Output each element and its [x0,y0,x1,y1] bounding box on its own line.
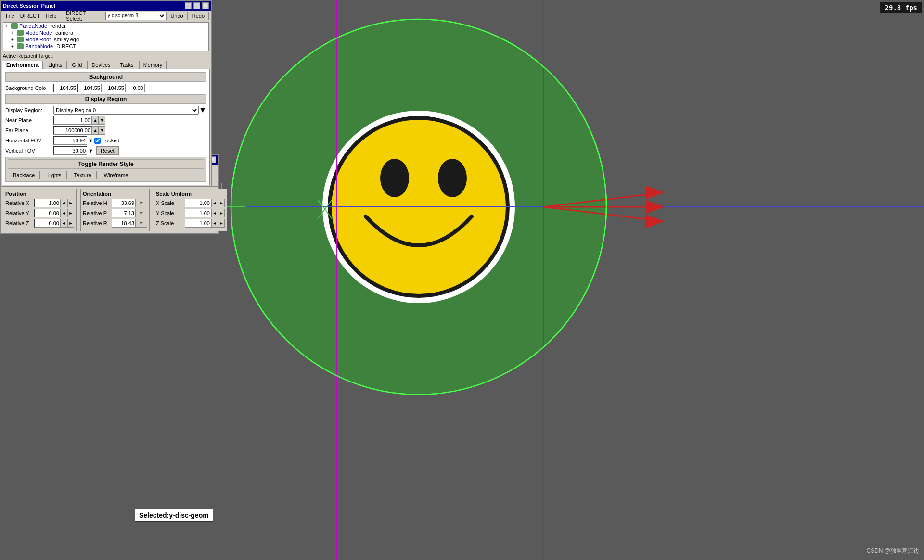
bg-r-input[interactable] [53,84,77,92]
reset-button[interactable]: Reset [96,146,119,155]
vfov-input[interactable] [53,146,87,155]
hfov-label: Horizontal FOV [5,138,53,143]
y-scale-up[interactable]: ◄ [211,209,218,217]
near-down-btn[interactable]: ▼ [99,116,105,125]
orientation-section: Orientation Relative H ⟳ Relative P ⟳ Re… [80,189,150,231]
placer-content: Position Relative X ◄ ► Relative Y ◄ ► R… [1,187,218,233]
rel-h-input[interactable] [112,199,136,207]
tree-label: PandaNode render [19,23,66,29]
rel-x-down[interactable]: ► [67,199,74,207]
rel-x-input[interactable] [34,199,61,207]
menu-direct[interactable]: DIRECT [17,12,43,20]
y-scale-down[interactable]: ► [218,209,225,217]
near-plane-input[interactable] [53,116,92,125]
locked-row: Locked [94,138,119,144]
background-section-title: Background [5,72,206,82]
dsp-titlebar: Direct Session Panel ─ □ ✕ [1,1,211,11]
dsp-title: Direct Session Panel [3,3,55,9]
y-scale-input[interactable] [185,209,211,217]
undo-button[interactable]: Undo [166,12,187,20]
rel-z-input[interactable] [34,219,61,228]
minimize-button[interactable]: ─ [185,2,192,9]
bg-a-input[interactable] [126,84,145,92]
near-up-btn[interactable]: ▲ [92,116,99,125]
toggle-buttons: Backface Lights Texture Wireframe [8,171,204,179]
svg-point-7 [438,159,467,197]
rel-r-input[interactable] [112,219,136,228]
maximize-button[interactable]: □ [193,2,200,9]
bg-g-input[interactable] [77,84,102,92]
rel-r-arrows: ⟳ [136,219,147,228]
svg-point-6 [380,159,409,197]
rel-y-input[interactable] [34,209,61,217]
rel-z-arrows: ◄ ► [61,219,74,228]
redo-button[interactable]: Redo [188,12,209,20]
rel-h-up[interactable]: ⟳ [136,199,147,207]
tab-tasks[interactable]: Tasks [116,61,138,69]
watermark: CSDN @独坐寒江边 [866,547,919,555]
x-scale-down[interactable]: ► [218,199,225,207]
rel-h-label: Relative H [83,200,112,206]
lights-button[interactable]: Lights [42,171,66,179]
vfov-dropdown-icon[interactable]: ▼ [88,148,93,153]
rel-r-up[interactable]: ⟳ [136,219,147,228]
x-scale-row: X Scale ◄ ► [156,199,225,207]
y-scale-arrows: ◄ ► [211,209,225,217]
rel-y-up[interactable]: ◄ [61,209,67,217]
rel-x-up[interactable]: ◄ [61,199,67,207]
far-up-btn[interactable]: ▲ [92,126,99,135]
toggle-render-style: Toggle Render Style Backface Lights Text… [5,157,206,182]
rel-y-down[interactable]: ► [67,209,74,217]
node-icon [17,30,24,36]
tab-grid[interactable]: Grid [68,61,87,69]
x-scale-input[interactable] [185,199,211,207]
display-region-select[interactable]: Display Region 0 [53,106,199,115]
bg-color-label: Background Colo [5,85,53,91]
near-plane-label: Near Plane [5,117,53,123]
x-scale-label: X Scale [156,200,185,206]
tree-item-direct[interactable]: + PandaNode DIRECT [3,43,208,50]
far-plane-label: Far Plane [5,127,53,133]
vfov-label: Vertical FOV [5,148,53,153]
tab-environment[interactable]: Environment [2,61,43,69]
locked-checkbox[interactable] [94,138,101,144]
menu-help[interactable]: Help [43,12,60,20]
rel-p-arrows: ⟳ [136,209,147,217]
far-plane-input[interactable] [53,126,92,135]
z-scale-up[interactable]: ◄ [211,219,218,228]
menu-file[interactable]: File [3,12,17,20]
orientation-title: Orientation [83,191,147,197]
texture-button[interactable]: Texture [69,171,97,179]
tab-devices[interactable]: Devices [87,61,115,69]
tree-item-render[interactable]: + PandaNode render [3,23,208,29]
x-scale-up[interactable]: ◄ [211,199,218,207]
expand-icon: + [11,44,17,49]
y-scale-label: Y Scale [156,210,185,216]
position-section: Position Relative X ◄ ► Relative Y ◄ ► R… [3,189,77,231]
z-scale-arrows: ◄ ► [211,219,225,228]
dsp-window-controls: ─ □ ✕ [185,2,209,9]
z-scale-down[interactable]: ► [218,219,225,228]
z-scale-input[interactable] [185,219,211,228]
rel-p-up[interactable]: ⟳ [136,209,147,217]
tree-item-camera[interactable]: + ModelNode camera [3,29,208,36]
rel-h-row: Relative H ⟳ [83,199,147,207]
rel-p-input[interactable] [112,209,136,217]
rel-z-up[interactable]: ◄ [61,219,67,228]
far-down-btn[interactable]: ▼ [99,126,105,135]
hfov-dropdown-icon[interactable]: ▼ [88,138,93,143]
close-button[interactable]: ✕ [202,2,209,9]
hfov-input[interactable] [53,136,87,145]
rel-p-row: Relative P ⟳ [83,209,147,217]
display-region-dropdown-icon[interactable]: ▼ [199,106,206,115]
rel-z-down[interactable]: ► [67,219,74,228]
toggle-section-title: Toggle Render Style [8,159,204,169]
tab-lights[interactable]: Lights [44,61,66,69]
bg-color-row: Background Colo [5,84,206,92]
tree-item-smiley[interactable]: + ModelRoot smiley.egg [3,36,208,43]
bg-b-input[interactable] [102,84,126,92]
direct-select[interactable]: y-disc-geom-8 [105,12,167,20]
wireframe-button[interactable]: Wireframe [99,171,134,179]
tab-memory[interactable]: Memory [139,61,167,69]
backface-button[interactable]: Backface [8,171,40,179]
